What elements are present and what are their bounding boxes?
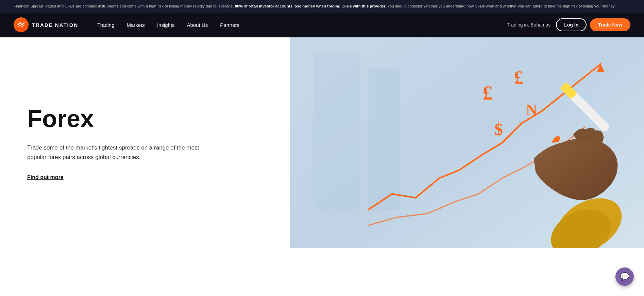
nav-about-us[interactable]: About Us — [182, 19, 214, 31]
nav-markets[interactable]: Markets — [121, 19, 150, 31]
forex-chart-illustration: £ £ $ N — [290, 37, 644, 248]
svg-text:£: £ — [482, 81, 493, 104]
nav-links: Trading Markets Insights About Us Partne… — [92, 19, 504, 31]
svg-rect-3 — [369, 68, 400, 210]
warning-text-normal: Financial Spread Trades and CFDs are com… — [14, 4, 234, 8]
find-out-more-link[interactable]: Find out more — [27, 174, 64, 180]
navbar: TRADE NATION Trading Markets Insights Ab… — [0, 13, 644, 37]
svg-text:£: £ — [514, 67, 524, 88]
logo-link[interactable]: TRADE NATION — [14, 17, 78, 32]
logo-text: TRADE NATION — [32, 22, 78, 28]
svg-text:N: N — [526, 101, 537, 119]
warning-banner: Financial Spread Trades and CFDs are com… — [0, 0, 644, 13]
nav-insights[interactable]: Insights — [152, 19, 180, 31]
logo-icon — [14, 17, 29, 32]
trade-now-button[interactable]: Trade Now — [590, 18, 630, 31]
warning-text-end: You should consider whether you understa… — [387, 4, 615, 8]
trading-in-label: Trading in: Bahamas — [507, 22, 551, 28]
hero-description: Trade some of the market's tightest spre… — [27, 143, 204, 162]
nav-partners[interactable]: Partners — [215, 19, 245, 31]
svg-text:$: $ — [494, 120, 503, 139]
hero-title: Forex — [27, 105, 327, 132]
svg-rect-2 — [313, 52, 361, 210]
hero-section: Forex Trade some of the market's tightes… — [0, 37, 644, 248]
hero-image: £ £ $ N — [290, 37, 644, 248]
login-button[interactable]: Log In — [556, 18, 587, 31]
warning-text-bold: 86% of retail investor accounts lose mon… — [235, 4, 386, 8]
nav-trading[interactable]: Trading — [92, 19, 120, 31]
hero-image-visual: £ £ $ N — [290, 37, 644, 248]
